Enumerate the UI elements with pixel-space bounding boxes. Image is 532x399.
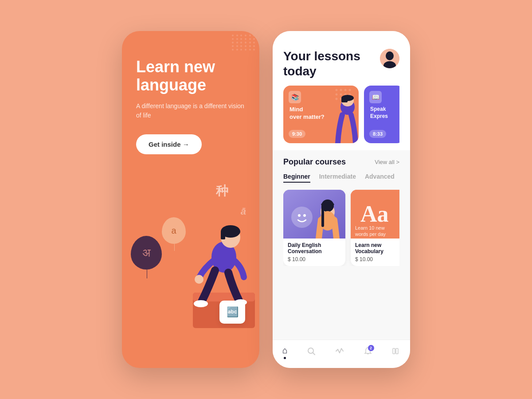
search-icon bbox=[307, 347, 316, 358]
svg-rect-43 bbox=[396, 348, 398, 354]
svg-point-13 bbox=[340, 89, 342, 91]
lesson-1-duration: 9:30 bbox=[289, 130, 305, 138]
course-thumb-1 bbox=[283, 190, 345, 239]
book-icon-1: 📚 bbox=[289, 91, 301, 103]
lesson-2-duration: 8:33 bbox=[369, 130, 386, 138]
course-1-name: Daily English Conversation bbox=[288, 242, 341, 254]
svg-point-27 bbox=[341, 95, 354, 101]
svg-text:Aa: Aa bbox=[360, 201, 389, 227]
course-2-info: Learn new Vocabulary $ 10.00 bbox=[351, 239, 399, 266]
svg-rect-5 bbox=[221, 231, 225, 239]
notification-icon: 2 bbox=[364, 347, 372, 358]
activity-icon bbox=[335, 347, 344, 358]
svg-point-8 bbox=[195, 275, 203, 284]
book-icon-2: 📖 bbox=[369, 91, 382, 103]
lessons-section: 📚 Mindover matter? 9:30 bbox=[273, 86, 410, 150]
svg-point-6 bbox=[194, 300, 208, 307]
course-thumb-2: Aa Learn 10 new words per day bbox=[351, 190, 399, 239]
popular-section-header: Popular courses View all > bbox=[283, 157, 399, 167]
nav-activity[interactable] bbox=[335, 347, 344, 358]
tab-beginner[interactable]: Beginner bbox=[283, 173, 310, 183]
nav-library[interactable] bbox=[391, 347, 400, 358]
lesson-card-2[interactable]: 📖 SpeakExpres 8:33 bbox=[364, 86, 399, 143]
tab-intermediate[interactable]: Intermediate bbox=[319, 173, 356, 183]
dots-decoration bbox=[228, 31, 259, 62]
lesson-1-person bbox=[325, 94, 359, 143]
nav-home[interactable]: ⌂ bbox=[282, 345, 288, 359]
tab-advanced[interactable]: Advanced bbox=[365, 173, 395, 183]
lesson-2-title: SpeakExpres bbox=[370, 106, 388, 120]
translate-icon: 🔤 bbox=[227, 306, 239, 318]
lessons-scroll: 📚 Mindover matter? 9:30 bbox=[283, 86, 399, 143]
svg-point-10 bbox=[386, 51, 394, 60]
hero-subtitle: A different language is a different visi… bbox=[136, 102, 245, 120]
view-all-link[interactable]: View all > bbox=[375, 159, 399, 165]
popular-courses-title: Popular courses bbox=[283, 157, 346, 167]
course-card-2[interactable]: Aa Learn 10 new words per day Learn new … bbox=[351, 190, 399, 266]
popular-section: Popular courses View all > Beginner Inte… bbox=[273, 150, 410, 340]
svg-text:words per day: words per day bbox=[355, 231, 386, 237]
course-1-price: $ 10.00 bbox=[288, 256, 341, 262]
svg-point-15 bbox=[349, 89, 351, 91]
lessons-title: Your lessons today bbox=[283, 49, 380, 78]
svg-rect-35 bbox=[321, 205, 324, 227]
course-card-1[interactable]: Daily English Conversation $ 10.00 bbox=[283, 190, 345, 266]
right-phone: Your lessons today 📚 bbox=[273, 31, 410, 368]
course-tabs: Beginner Intermediate Advanced Profe... bbox=[283, 173, 399, 183]
svg-rect-42 bbox=[393, 348, 395, 354]
svg-point-30 bbox=[298, 214, 301, 217]
course-2-price: $ 10.00 bbox=[355, 256, 399, 262]
nav-active-dot bbox=[284, 357, 286, 359]
balloon-dark: अ bbox=[131, 236, 163, 275]
left-phone: Learn new language A different language … bbox=[122, 31, 259, 368]
left-illustration: अ a 种 ā bbox=[122, 182, 259, 368]
lesson-1-title: Mindover matter? bbox=[289, 106, 325, 121]
svg-point-31 bbox=[303, 214, 306, 217]
svg-point-29 bbox=[291, 207, 313, 228]
nav-notifications[interactable]: 2 bbox=[364, 347, 372, 358]
nav-search[interactable] bbox=[307, 347, 316, 358]
hero-title: Learn new language bbox=[136, 58, 245, 94]
balloon-dark-string bbox=[147, 270, 147, 278]
lesson-card-1[interactable]: 📚 Mindover matter? 9:30 bbox=[283, 86, 359, 143]
svg-text:Learn 10 new: Learn 10 new bbox=[355, 225, 385, 231]
person-illustration bbox=[171, 191, 259, 341]
home-icon: ⌂ bbox=[282, 345, 288, 356]
course-2-name: Learn new Vocabulary bbox=[355, 242, 399, 254]
translate-icon-box: 🔤 bbox=[219, 301, 245, 324]
notification-badge: 2 bbox=[368, 345, 374, 351]
course-1-info: Daily English Conversation $ 10.00 bbox=[283, 239, 345, 266]
bottom-nav: ⌂ bbox=[273, 340, 410, 368]
right-header: Your lessons today bbox=[273, 31, 410, 86]
balloon-dark-body: अ bbox=[131, 236, 162, 270]
svg-point-12 bbox=[336, 89, 338, 91]
avatar[interactable] bbox=[380, 49, 399, 68]
svg-point-14 bbox=[344, 89, 347, 91]
svg-point-41 bbox=[308, 348, 313, 353]
library-icon bbox=[391, 347, 400, 358]
get-inside-button[interactable]: Get inside → bbox=[136, 134, 202, 154]
course-cards: Daily English Conversation $ 10.00 Aa Le… bbox=[283, 190, 399, 266]
